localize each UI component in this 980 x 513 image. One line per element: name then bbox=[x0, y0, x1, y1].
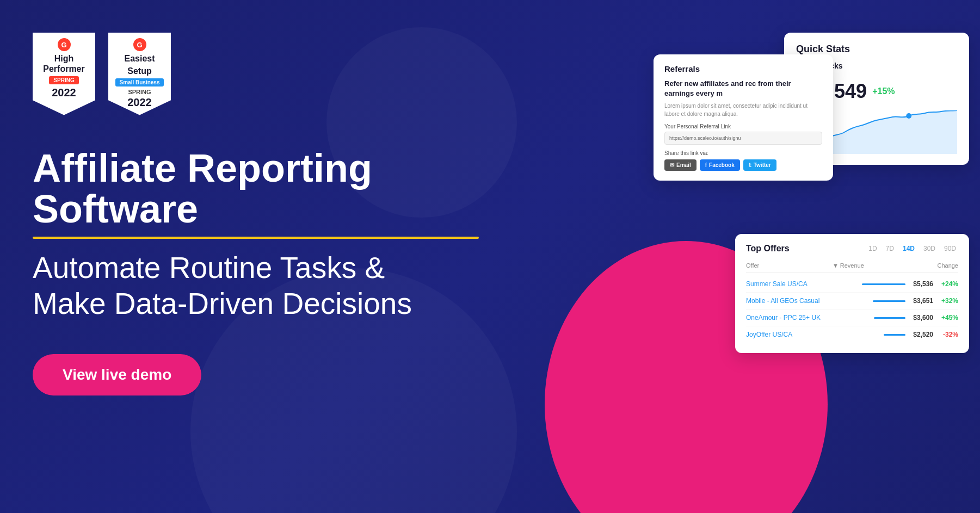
time-filters: 1D 7D 14D 30D 90D bbox=[866, 244, 958, 254]
offer-change-1: +24% bbox=[936, 280, 958, 288]
offer-bar-container-2: $3,651 bbox=[841, 297, 933, 305]
badge-1-year: 2022 bbox=[52, 86, 76, 99]
offer-change-2: +32% bbox=[936, 297, 958, 305]
badge-2-season: SPRING bbox=[128, 89, 151, 96]
share-label: Share this link via: bbox=[664, 150, 822, 156]
offer-revenue-2: $3,651 bbox=[909, 297, 933, 305]
share-buttons: ✉ Email f Facebook 𝕥 Twitter bbox=[664, 159, 822, 171]
offer-revenue-4: $2,520 bbox=[909, 331, 933, 338]
share-twitter-label: Twitter bbox=[754, 162, 771, 168]
badge-2-subtitle: Small Business bbox=[115, 78, 164, 86]
facebook-icon: f bbox=[705, 162, 707, 168]
top-offers-title: Top Offers bbox=[746, 244, 790, 254]
sub-heading-line2: Make Data-Driven Decisions bbox=[33, 287, 412, 320]
offer-name-4[interactable]: JoyOffer US/CA bbox=[746, 331, 838, 338]
offer-bar-container-3: $3,600 bbox=[841, 314, 933, 322]
offer-change-4: -32% bbox=[936, 331, 958, 338]
offer-revenue-1: $5,536 bbox=[909, 280, 933, 288]
badge-easiest-setup: G Easiest Setup Small Business SPRING 20… bbox=[108, 33, 171, 115]
twitter-icon: 𝕥 bbox=[749, 162, 751, 168]
table-row: OneAmour - PPC 25+ UK $3,600 +45% bbox=[746, 310, 958, 326]
sub-heading: Automate Routine Tasks & Make Data-Drive… bbox=[33, 250, 506, 322]
heading-underline bbox=[33, 237, 479, 239]
referral-link-label: Your Personal Referral Link bbox=[664, 123, 822, 129]
filter-7d[interactable]: 7D bbox=[884, 244, 896, 254]
badge-1-subtitle: SPRING bbox=[49, 76, 78, 84]
offer-name-1[interactable]: Summer Sale US/CA bbox=[746, 280, 838, 288]
share-facebook-label: Facebook bbox=[709, 162, 735, 168]
offer-bar-container-4: $2,520 bbox=[841, 331, 933, 338]
referrals-highlight: Refer new affiliates and rec from their … bbox=[664, 79, 822, 98]
offer-bar-container-1: $5,536 bbox=[841, 280, 933, 288]
referrals-card-title: Referrals bbox=[664, 64, 822, 73]
offer-name-2[interactable]: Mobile - All GEOs Casual bbox=[746, 297, 838, 305]
offer-bar-1 bbox=[862, 283, 905, 285]
filter-90d[interactable]: 90D bbox=[942, 244, 958, 254]
col-revenue-header: ▼ Revenue bbox=[833, 262, 864, 269]
badges-row: G High Performer SPRING 2022 G Easiest S… bbox=[33, 33, 506, 115]
offer-bar-3 bbox=[874, 317, 905, 319]
filter-30d[interactable]: 30D bbox=[921, 244, 938, 254]
col-change-header: Change bbox=[937, 262, 958, 269]
offers-header: Top Offers 1D 7D 14D 30D 90D bbox=[746, 244, 958, 254]
gross-clicks-change: +15% bbox=[872, 86, 895, 96]
svg-point-0 bbox=[906, 113, 911, 119]
badge-high-performer: G High Performer SPRING 2022 bbox=[33, 33, 95, 115]
badge-2-year: 2022 bbox=[127, 96, 152, 109]
main-heading: Affiliate Reporting Software bbox=[33, 148, 506, 230]
referral-link-value[interactable]: https://demo.scaleo.io/auth/signu bbox=[664, 132, 822, 145]
offer-revenue-3: $3,600 bbox=[909, 314, 933, 322]
referrals-body-text: Lorem ipsum dolor sit amet, consectetur … bbox=[664, 102, 822, 118]
top-offers-card: Top Offers 1D 7D 14D 30D 90D Offer ▼ Rev… bbox=[735, 234, 969, 353]
col-offer-header: Offer bbox=[746, 262, 759, 269]
revenue-sort-icon: ▼ bbox=[833, 262, 839, 269]
sub-heading-line1: Automate Routine Tasks & bbox=[33, 251, 385, 285]
g2-logo-1: G bbox=[58, 38, 71, 51]
filter-1d[interactable]: 1D bbox=[866, 244, 879, 254]
left-content: G High Performer SPRING 2022 G Easiest S… bbox=[33, 33, 506, 395]
cta-button[interactable]: View live demo bbox=[33, 354, 201, 395]
email-icon: ✉ bbox=[670, 162, 674, 168]
filter-14d[interactable]: 14D bbox=[901, 244, 917, 254]
share-twitter-button[interactable]: 𝕥 Twitter bbox=[743, 159, 776, 171]
share-email-label: Email bbox=[676, 162, 691, 168]
table-row: Summer Sale US/CA $5,536 +24% bbox=[746, 276, 958, 293]
table-row: Mobile - All GEOs Casual $3,651 +32% bbox=[746, 293, 958, 310]
share-email-button[interactable]: ✉ Email bbox=[664, 159, 697, 171]
offer-change-3: +45% bbox=[936, 314, 958, 322]
g2-logo-2: G bbox=[133, 38, 146, 51]
offer-bar-4 bbox=[884, 334, 905, 336]
referrals-card: Referrals Refer new affiliates and rec f… bbox=[654, 54, 833, 181]
badge-2-title-line2: Setup bbox=[127, 66, 151, 76]
offer-bar-2 bbox=[873, 300, 905, 302]
quick-stats-title: Quick Stats bbox=[796, 44, 957, 55]
table-row: JoyOffer US/CA $2,520 -32% bbox=[746, 326, 958, 343]
hero-section: G High Performer SPRING 2022 G Easiest S… bbox=[0, 0, 980, 513]
offers-table-header: Offer ▼ Revenue Change bbox=[746, 259, 958, 273]
offer-name-3[interactable]: OneAmour - PPC 25+ UK bbox=[746, 314, 838, 322]
share-facebook-button[interactable]: f Facebook bbox=[700, 159, 740, 171]
badge-1-title: High Performer bbox=[37, 53, 91, 74]
badge-2-title-line1: Easiest bbox=[124, 53, 155, 64]
